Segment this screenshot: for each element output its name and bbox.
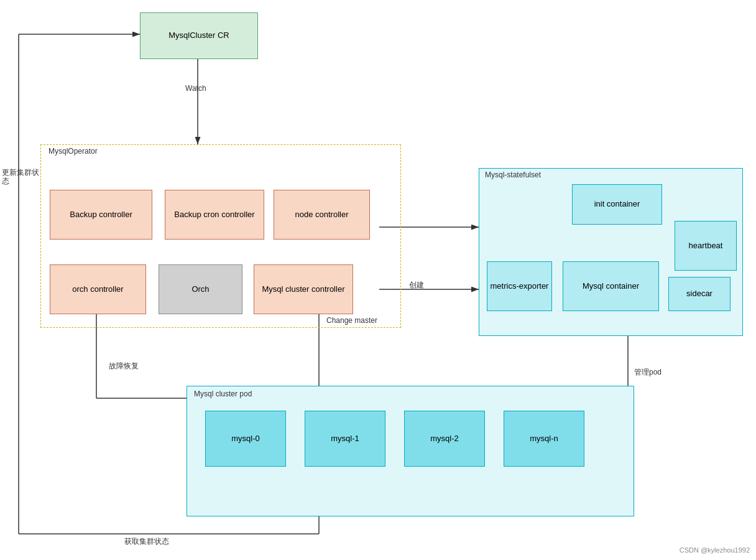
mysql-0-label: mysql-0 — [231, 434, 260, 444]
create-label: 创建 — [409, 280, 424, 291]
watermark: CSDN @kylezhou1992 — [680, 546, 750, 554]
get-cluster-state-label: 获取集群状态 — [124, 536, 169, 547]
sidecar-box: sidecar — [668, 277, 731, 311]
diagram: MysqlCluster CR Watch 更新集群状态 MysqlOperat… — [0, 0, 756, 560]
mysql-cluster-cr-box: MysqlCluster CR — [140, 12, 258, 59]
mysql-container-label: Mysql container — [583, 281, 639, 292]
heartbeat-label: heartbeat — [689, 241, 723, 251]
mysql-cluster-cr-label: MysqlCluster CR — [168, 30, 229, 41]
mysql-n-label: mysql-n — [530, 434, 558, 444]
metrics-exporter-box: metrics-exporter — [487, 261, 552, 311]
init-container-label: init container — [594, 199, 640, 210]
heartbeat-box: heartbeat — [675, 221, 737, 271]
node-controller-label: node controller — [295, 210, 349, 220]
backup-cron-controller-label: Backup cron controller — [174, 210, 254, 220]
mysql-n-box: mysql-n — [504, 411, 584, 467]
watch-label: Watch — [185, 84, 206, 93]
metrics-exporter-label: metrics-exporter — [491, 281, 549, 292]
backup-controller-label: Backup controller — [70, 210, 132, 220]
orch-controller-label: orch controller — [72, 284, 123, 295]
node-controller-box: node controller — [274, 190, 370, 240]
mysql-2-box: mysql-2 — [404, 411, 485, 467]
mysql-statefulset-label: Mysql-statefulset — [485, 170, 541, 179]
mysql-cluster-controller-box: Mysql cluster controller — [254, 264, 353, 314]
mysql-1-label: mysql-1 — [331, 434, 359, 444]
mysql-container-box: Mysql container — [563, 261, 659, 311]
mysql-1-box: mysql-1 — [305, 411, 385, 467]
backup-cron-controller-box: Backup cron controller — [165, 190, 264, 240]
fault-recovery-label: 故障恢复 — [109, 361, 139, 371]
init-container-box: init container — [572, 184, 662, 225]
orch-box: Orch — [159, 264, 242, 314]
update-cluster-state-label: 更新集群状态 — [2, 168, 39, 186]
mysql-0-box: mysql-0 — [205, 411, 286, 467]
orch-controller-box: orch controller — [50, 264, 146, 314]
mysql-cluster-controller-label: Mysql cluster controller — [262, 284, 345, 295]
manage-pod-label: 管理pod — [634, 367, 662, 378]
sidecar-label: sidecar — [686, 289, 712, 299]
backup-controller-box: Backup controller — [50, 190, 152, 240]
orch-label: Orch — [191, 284, 209, 295]
mysql-operator-label: MysqlOperator — [48, 147, 98, 156]
mysql-2-label: mysql-2 — [430, 434, 459, 444]
change-master-label: Change master — [326, 316, 377, 325]
mysql-cluster-pod-label: Mysql cluster pod — [194, 390, 252, 398]
